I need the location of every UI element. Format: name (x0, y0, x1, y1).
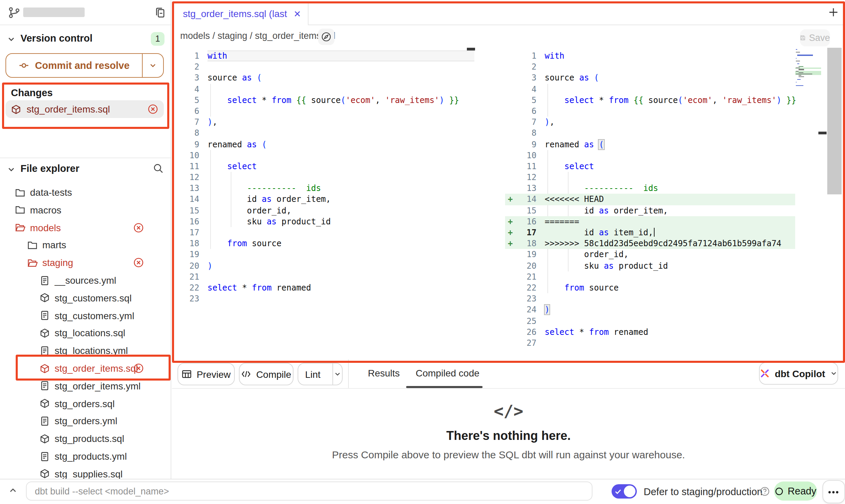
code-line[interactable]: 6 (505, 106, 795, 117)
dbt-copilot-button[interactable]: dbt Copilot (759, 362, 838, 385)
copy-files-icon[interactable] (154, 7, 166, 18)
code-line[interactable]: 2 (505, 61, 795, 72)
file-explorer-item-stg-order-items-yml[interactable]: stg_order_items.yml (0, 378, 171, 394)
file-explorer-item-stg-customers-sql[interactable]: stg_customers.sql (0, 290, 171, 306)
code-line[interactable]: 11 select (172, 161, 474, 172)
code-line[interactable]: 12 (505, 172, 795, 183)
file-explorer-item-stg-locations-sql[interactable]: stg_locations.sql (0, 325, 171, 341)
code-line[interactable]: 18 from source (172, 238, 474, 249)
editor-pane-original[interactable]: 1with23source as (45 select * from {{ so… (172, 50, 474, 305)
more-options-button[interactable]: ••• (822, 480, 845, 503)
lineage-compass-icon[interactable] (318, 29, 334, 45)
file-explorer-item--sources-yml[interactable]: __sources.yml (0, 272, 171, 288)
tab-compiled-code[interactable]: Compiled code (416, 368, 479, 379)
code-line[interactable]: 13 ---------- ids (505, 183, 795, 194)
code-line[interactable]: 19 order_id, (505, 249, 795, 260)
commit-dropdown-button[interactable] (142, 54, 163, 77)
commit-and-resolve-main[interactable]: Commit and resolve (6, 54, 142, 77)
code-line[interactable]: 17 (172, 227, 474, 238)
discard-change-icon[interactable] (133, 257, 144, 268)
tab-results[interactable]: Results (368, 368, 400, 379)
code-line[interactable]: 7), (505, 117, 795, 128)
file-explorer-item-data-tests[interactable]: data-tests (0, 184, 171, 201)
code-line[interactable]: 13 ---------- ids (172, 183, 474, 194)
code-line[interactable]: 14 id as order_item, (172, 194, 474, 205)
code-line[interactable]: 1with (505, 50, 795, 61)
save-button[interactable]: Save (800, 29, 830, 46)
code-line[interactable]: 20 sku as product_id (505, 260, 795, 271)
file-explorer-item-stg-orders-yml[interactable]: stg_orders.yml (0, 413, 171, 429)
code-line[interactable]: 3source as ( (505, 73, 795, 84)
code-line[interactable]: 6 (172, 106, 474, 117)
code-line[interactable]: 26select * from renamed (505, 326, 795, 337)
code-line[interactable]: 9renamed as ( (505, 139, 795, 150)
code-line[interactable]: 15 id as order_item, (505, 205, 795, 216)
code-line[interactable]: 20) (172, 260, 474, 271)
editor-pane-modified[interactable]: 1with 2 3source as ( 4 5 select * from {… (505, 50, 795, 349)
code-line[interactable]: 4 (505, 84, 795, 94)
file-explorer-item-models[interactable]: models (0, 219, 171, 236)
code-line[interactable]: 7), (172, 117, 474, 128)
file-explorer-item-stg-order-items-sql[interactable]: stg_order_items.sql (0, 360, 171, 376)
tab-stg-order-items[interactable]: stg_order_items.sql (last c... ✕ (174, 2, 309, 25)
defer-toggle[interactable] (612, 484, 637, 499)
code-line[interactable]: 5 select * from {{ source('ecom', 'raw_i… (172, 95, 474, 106)
code-line[interactable]: 25 (505, 315, 795, 326)
code-line[interactable]: 27 (505, 338, 795, 349)
code-line[interactable]: 2 (172, 61, 474, 72)
help-icon[interactable] (760, 486, 770, 496)
code-line[interactable]: 9renamed as ( (172, 139, 474, 150)
code-line[interactable]: 22 from source (505, 282, 795, 293)
file-explorer-item-staging[interactable]: staging (0, 254, 171, 271)
file-explorer-chevron-icon[interactable] (7, 165, 16, 174)
code-line[interactable]: 3source as ( (172, 73, 474, 84)
collapse-panel-chevron-icon[interactable] (8, 486, 18, 495)
code-line[interactable]: 12 (172, 172, 474, 183)
code-line[interactable]: 4 (172, 84, 474, 94)
minimap[interactable] (795, 49, 821, 90)
code-line[interactable]: 5 select * from {{ source('ecom', 'raw_i… (505, 95, 795, 106)
discard-change-icon[interactable] (133, 222, 144, 233)
search-icon[interactable] (153, 163, 164, 174)
tab-close-icon[interactable]: ✕ (293, 9, 301, 19)
code-line[interactable]: + 14<<<<<<< HEAD (505, 194, 795, 205)
commit-and-resolve-button[interactable]: Commit and resolve (5, 53, 164, 78)
lint-label[interactable]: Lint (298, 369, 327, 380)
compile-button[interactable]: Compile (239, 363, 293, 385)
file-explorer-item-stg-products-sql[interactable]: stg_products.sql (0, 430, 171, 447)
discard-change-icon[interactable] (147, 104, 158, 115)
scrollbar-thumb[interactable] (827, 48, 842, 194)
file-explorer-item-stg-products-yml[interactable]: stg_products.yml (0, 448, 171, 464)
code-line[interactable]: 21 (172, 271, 474, 282)
code-line[interactable]: + 16======= (505, 216, 795, 227)
code-line[interactable]: 22select * from renamed (172, 282, 474, 293)
code-line[interactable]: 23 (172, 293, 474, 304)
code-line[interactable]: 21 (505, 271, 795, 282)
code-line[interactable]: 8 (172, 128, 474, 139)
dbt-command-input[interactable]: dbt build --select <model_name> (26, 481, 592, 501)
code-line[interactable]: 10 (505, 150, 795, 161)
code-line[interactable]: 19 (172, 249, 474, 260)
file-explorer-item-marts[interactable]: marts (0, 237, 171, 253)
code-line[interactable]: 8 (505, 128, 795, 139)
changed-file-row[interactable]: stg_order_items.sql (5, 100, 164, 118)
code-line[interactable]: 24) (505, 305, 795, 315)
code-line[interactable]: 15 order_id, (172, 205, 474, 216)
file-explorer-item-stg-customers-yml[interactable]: stg_customers.yml (0, 307, 171, 324)
code-line[interactable]: 23 (505, 293, 795, 304)
file-explorer-item-macros[interactable]: macros (0, 202, 171, 218)
code-line[interactable]: 10 (172, 150, 474, 161)
lint-dropdown-button[interactable] (332, 364, 342, 385)
status-badge-ready[interactable]: Ready (774, 481, 817, 501)
code-line[interactable]: 1with (172, 50, 474, 61)
preview-button[interactable]: Preview (177, 363, 235, 385)
new-tab-icon[interactable] (828, 7, 839, 18)
lint-button[interactable]: Lint (298, 363, 343, 385)
file-explorer-item-stg-locations-yml[interactable]: stg_locations.yml (0, 342, 171, 359)
code-line[interactable]: 16 sku as product_id (172, 216, 474, 227)
version-control-chevron-icon[interactable] (7, 35, 16, 44)
file-explorer-item-stg-orders-sql[interactable]: stg_orders.sql (0, 395, 171, 412)
code-line[interactable]: + 18>>>>>>> 58c1dd23d5eebd9cd2495fa7124a… (505, 238, 795, 249)
code-line[interactable]: 11 select (505, 161, 795, 172)
code-line[interactable]: + 17 id as item_id, (505, 227, 795, 238)
